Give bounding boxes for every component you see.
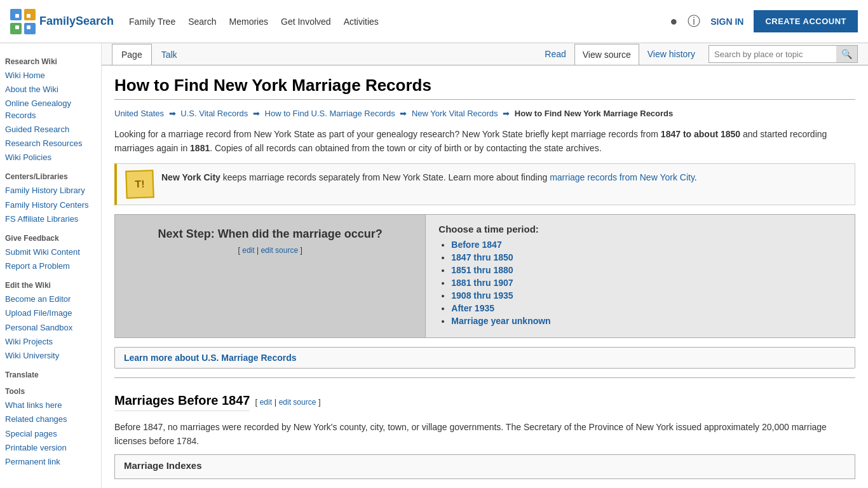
svg-rect-6 [15,25,19,29]
tip-link[interactable]: marriage records from New York City [550,172,695,182]
decision-link-4[interactable]: 1908 thru 1935 [451,290,513,301]
decision-right-heading: Choose a time period: [438,224,842,234]
decision-row: Next Step: When did the marriage occur? … [115,214,855,337]
sidebar-link-research-resources[interactable]: Research Resources [5,137,96,151]
nav-family-tree[interactable]: Family Tree [129,17,175,27]
nav-memories[interactable]: Memories [229,17,268,27]
marriage-indexes-heading: Marriage Indexes [124,460,846,471]
tip-icon: T! [125,170,154,199]
breadcrumb-vital-records[interactable]: U.S. Vital Records [180,109,248,118]
breadcrumb-us[interactable]: United States [114,109,164,118]
tip-box: T! New York City keeps marriage records … [114,163,855,205]
sidebar-link-upload-file[interactable]: Upload File/Image [5,306,96,320]
intro-bold-1: 1847 to about 1850 [661,129,740,139]
sidebar-link-wiki-policies[interactable]: Wiki Policies [5,151,96,165]
tab-bar: Page Talk Read View source View history … [102,43,868,65]
decision-link-5[interactable]: After 1935 [451,303,494,313]
marriages-before-edit-span: [ edit | edit source ] [255,397,320,407]
tip-icon-text: T! [135,178,145,190]
list-item: 1847 thru 1850 [451,252,842,262]
tab-talk[interactable]: Talk [152,44,187,65]
main-content: Page Talk Read View source View history … [102,43,868,488]
sidebar-link-what-links[interactable]: What links here [5,398,96,412]
familysearch-logo-icon [10,9,36,34]
tip-text-span: keeps marriage records separately from N… [220,172,550,182]
tab-view-history[interactable]: View history [639,43,703,65]
translate-title: Translate [5,370,96,379]
learn-more-link[interactable]: Learn more about U.S. Marriage Records [124,353,297,363]
search-bar: 🔍 [709,45,858,63]
decision-link-2[interactable]: 1851 thru 1880 [451,265,513,275]
marriages-before-heading: Marriages Before 1847 [114,393,250,411]
search-input[interactable] [709,46,836,62]
sidebar-link-wiki-projects[interactable]: Wiki Projects [5,335,96,349]
sidebar-link-printable-version[interactable]: Printable version [5,441,96,455]
edit-wiki-title: Edit the Wiki [5,281,96,290]
breadcrumb-arrow-2: ➡ [253,109,260,118]
learn-more-box: Learn more about U.S. Marriage Records [114,347,855,369]
nav-search[interactable]: Search [188,17,216,27]
tab-page[interactable]: Page [112,44,152,65]
sidebar-link-wiki-university[interactable]: Wiki University [5,349,96,363]
decision-link-6[interactable]: Marriage year unknown [451,316,550,326]
nav-get-involved[interactable]: Get Involved [281,17,331,27]
breadcrumb-current: How to Find New York Marriage Records [515,109,673,118]
sidebar-link-wiki-home[interactable]: Wiki Home [5,69,96,83]
intro-text-end: . Copies of all records can obtained fro… [210,143,601,153]
header-right: ● ⓘ SIGN IN CREATE ACCOUNT [670,10,858,32]
breadcrumb-us-marriage[interactable]: How to Find U.S. Marriage Records [265,109,395,118]
decision-edit-link[interactable]: edit [242,246,254,255]
breadcrumb-arrow-4: ➡ [503,109,510,118]
intro-paragraph: Looking for a marriage record from New Y… [114,127,855,156]
list-item: Before 1847 [451,240,842,250]
svg-rect-4 [15,14,19,18]
logo-text: FamilySearch [39,15,114,28]
location-icon[interactable]: ● [670,14,677,29]
layout: Research Wiki Wiki Home About the Wiki O… [0,43,868,488]
sidebar-link-related-changes[interactable]: Related changes [5,412,96,426]
list-item: 1881 thru 1907 [451,278,842,288]
sidebar-link-family-history-centers[interactable]: Family History Centers [5,198,96,212]
sidebar-link-submit-wiki[interactable]: Submit Wiki Content [5,245,96,259]
sidebar-link-become-editor[interactable]: Become an Editor [5,292,96,306]
intro-text-start: Looking for a marriage record from New Y… [114,129,661,139]
decision-edit-source-link[interactable]: edit source [261,246,298,255]
header: FamilySearch Family Tree Search Memories… [0,0,868,43]
sidebar-link-fs-affiliate-libraries[interactable]: FS Affiliate Libraries [5,212,96,226]
search-button[interactable]: 🔍 [836,46,857,62]
help-icon[interactable]: ⓘ [688,13,700,30]
sign-in-link[interactable]: SIGN IN [710,17,743,27]
list-item: Marriage year unknown [451,316,842,326]
decision-link-0[interactable]: Before 1847 [451,240,501,250]
tip-text-content: New York City keeps marriage records sep… [161,170,697,184]
breadcrumb-arrow-3: ➡ [400,109,407,118]
sidebar-link-special-pages[interactable]: Special pages [5,427,96,441]
sidebar-link-family-history-library[interactable]: Family History Library [5,184,96,198]
decision-left-text: Next Step: When did the marriage occur? [128,227,412,241]
logo[interactable]: FamilySearch [10,9,114,34]
decision-left-cell: Next Step: When did the marriage occur? … [115,214,426,337]
tab-read[interactable]: Read [536,43,574,65]
breadcrumb-ny-vital[interactable]: New York Vital Records [412,109,498,118]
sidebar-link-guided-research[interactable]: Guided Research [5,123,96,137]
create-account-button[interactable]: CREATE ACCOUNT [754,10,858,32]
research-wiki-title: Research Wiki [5,57,96,66]
decision-link-3[interactable]: 1881 thru 1907 [451,278,513,288]
sidebar: Research Wiki Wiki Home About the Wiki O… [0,43,102,488]
marriages-before-edit-link[interactable]: edit [260,398,272,407]
header-left: FamilySearch Family Tree Search Memories… [10,9,379,34]
marriages-before-text: Before 1847, no marriages were recorded … [114,420,855,449]
decision-link-1[interactable]: 1847 thru 1850 [451,252,513,262]
sidebar-link-report-problem[interactable]: Report a Problem [5,259,96,273]
sidebar-link-online-genealogy[interactable]: Online Genealogy Records [5,97,96,122]
svg-rect-7 [27,25,31,29]
tab-bar-right: Read View source View history 🔍 [536,43,858,65]
sidebar-link-permanent-link[interactable]: Permanent link [5,455,96,469]
give-feedback-title: Give Feedback [5,234,96,243]
tab-view-source[interactable]: View source [574,44,639,65]
marriages-before-edit-source-link[interactable]: edit source [279,398,316,407]
sidebar-link-personal-sandbox[interactable]: Personal Sandbox [5,321,96,335]
nav-activities[interactable]: Activities [344,17,379,27]
marriage-indexes-box: Marriage Indexes [114,454,855,479]
sidebar-link-about-wiki[interactable]: About the Wiki [5,83,96,97]
